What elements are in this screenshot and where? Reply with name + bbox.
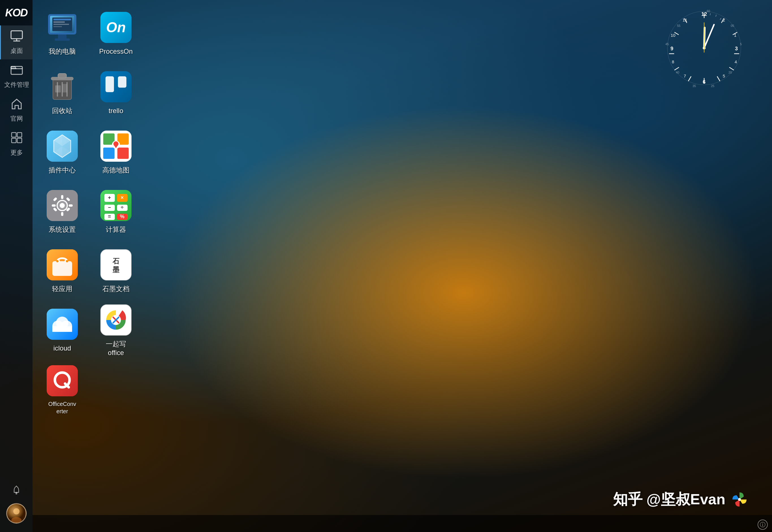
- officeconv-label: OfficeConverter: [48, 400, 76, 415]
- liteapp-image: [47, 249, 78, 280]
- icon-liteapp[interactable]: 轻应用: [37, 243, 88, 300]
- svg-line-125: [716, 15, 716, 17]
- icon-gaode[interactable]: 高德地图: [90, 124, 141, 181]
- svg-line-120: [674, 67, 679, 70]
- svg-text:4: 4: [735, 59, 737, 64]
- sidebar-more-label: 更多: [10, 148, 23, 157]
- icon-plugin[interactable]: 插件中心: [37, 124, 88, 181]
- icon-settings[interactable]: 系统设置: [37, 184, 88, 240]
- svg-rect-59: [69, 204, 73, 207]
- svg-text:÷: ÷: [121, 205, 124, 210]
- svg-line-117: [717, 76, 720, 81]
- icon-icloud[interactable]: icloud: [37, 302, 88, 359]
- sidebar-bottom: [0, 485, 33, 532]
- clock-widget: 12 3 6 9 2 1 4 5 7 8 10 11 25 35 5 45: [665, 8, 744, 88]
- sidebar-files-label: 文件管理: [4, 81, 29, 89]
- svg-rect-34: [100, 71, 131, 102]
- icon-shimo[interactable]: 石 墨 石墨文档: [90, 243, 141, 300]
- svg-text:9: 9: [671, 46, 673, 51]
- yiqixie-image: [100, 304, 131, 336]
- svg-line-119: [688, 76, 691, 81]
- svg-text:8: 8: [672, 59, 674, 64]
- info-button[interactable]: ⓘ: [758, 520, 768, 530]
- processon-image: On: [100, 12, 131, 43]
- liteapp-label: 轻应用: [52, 284, 72, 293]
- app-logo-text: KOD: [5, 7, 27, 19]
- svg-text:−: −: [108, 205, 111, 210]
- svg-line-116: [729, 67, 734, 70]
- trello-label: trello: [109, 106, 123, 115]
- svg-text:25: 25: [711, 84, 714, 88]
- svg-text:%: %: [120, 214, 124, 219]
- svg-rect-57: [61, 212, 63, 216]
- svg-text:40: 40: [676, 71, 679, 74]
- sidebar-logo[interactable]: KOD: [0, 0, 33, 25]
- trello-image: [100, 71, 131, 102]
- svg-rect-82: [66, 260, 68, 262]
- svg-text:20: 20: [728, 71, 732, 74]
- svg-text:×: ×: [121, 195, 124, 200]
- svg-rect-6: [12, 138, 16, 143]
- icon-officeconv[interactable]: OfficeConverter: [37, 362, 88, 418]
- svg-line-124: [710, 13, 710, 15]
- svg-rect-5: [17, 133, 22, 137]
- svg-text:+: +: [108, 195, 111, 200]
- svg-rect-58: [52, 204, 56, 207]
- settings-image: [47, 190, 78, 221]
- trash-image: [47, 71, 78, 102]
- svg-point-12: [13, 508, 20, 514]
- svg-rect-96: [47, 365, 78, 396]
- svg-rect-48: [103, 148, 114, 159]
- svg-point-9: [16, 493, 17, 494]
- svg-rect-36: [118, 76, 126, 88]
- svg-point-55: [60, 203, 65, 208]
- shimo-label: 石墨文档: [102, 284, 129, 293]
- gaode-label: 高德地图: [102, 166, 129, 174]
- sidebar-home-label: 官网: [10, 114, 23, 123]
- user-avatar[interactable]: [6, 503, 27, 524]
- icon-yiqixie[interactable]: 一起写 office: [90, 302, 141, 359]
- svg-rect-18: [55, 38, 70, 41]
- grid-icon: [10, 131, 23, 146]
- sidebar-item-files[interactable]: 文件管理: [0, 59, 33, 93]
- mycomputer-image: [47, 12, 78, 43]
- plugin-label: 插件中心: [49, 166, 76, 174]
- mycomputer-label: 我的电脑: [49, 47, 76, 56]
- svg-rect-0: [11, 31, 22, 39]
- svg-rect-33: [62, 84, 67, 92]
- zhihu-text: 知乎 @坚叔Evan: [613, 490, 725, 509]
- icon-trello[interactable]: trello: [90, 65, 141, 122]
- svg-text:3: 3: [735, 46, 738, 51]
- svg-text:55: 55: [677, 24, 680, 27]
- calculator-label: 计算器: [106, 225, 126, 234]
- notification-bell[interactable]: [11, 485, 21, 498]
- taskbar: [33, 515, 772, 532]
- svg-text:60: 60: [707, 9, 710, 13]
- svg-line-138: [704, 25, 714, 48]
- icloud-image: [47, 309, 78, 340]
- icon-trash[interactable]: 回收站: [37, 65, 88, 122]
- svg-text:45: 45: [665, 42, 669, 46]
- svg-rect-20: [53, 19, 71, 20]
- icon-mycomputer[interactable]: 我的电脑: [37, 6, 88, 62]
- zhihu-watermark: 知乎 @坚叔Evan: [613, 490, 749, 509]
- settings-label: 系统设置: [49, 225, 76, 234]
- icon-processon[interactable]: On ProcessOn: [90, 6, 141, 62]
- sidebar-item-more[interactable]: 更多: [0, 127, 33, 161]
- svg-rect-21: [53, 21, 65, 23]
- svg-rect-17: [58, 34, 66, 38]
- folder-icon: [10, 64, 23, 78]
- sidebar-item-desktop[interactable]: 桌面: [0, 25, 33, 59]
- calculator-image: + × − ÷ = %: [100, 190, 131, 221]
- svg-rect-23: [53, 26, 62, 27]
- svg-rect-28: [58, 73, 66, 78]
- icon-calculator[interactable]: + × − ÷ = % 计算器: [90, 184, 141, 240]
- svg-text:05: 05: [731, 24, 734, 27]
- svg-rect-91: [52, 328, 72, 332]
- sidebar-item-home[interactable]: 官网: [0, 93, 33, 127]
- svg-text:10: 10: [671, 33, 676, 38]
- svg-line-126: [720, 18, 721, 20]
- plugin-image: [47, 131, 78, 162]
- processon-label: ProcessOn: [99, 47, 133, 56]
- desktop-icon: [10, 30, 23, 44]
